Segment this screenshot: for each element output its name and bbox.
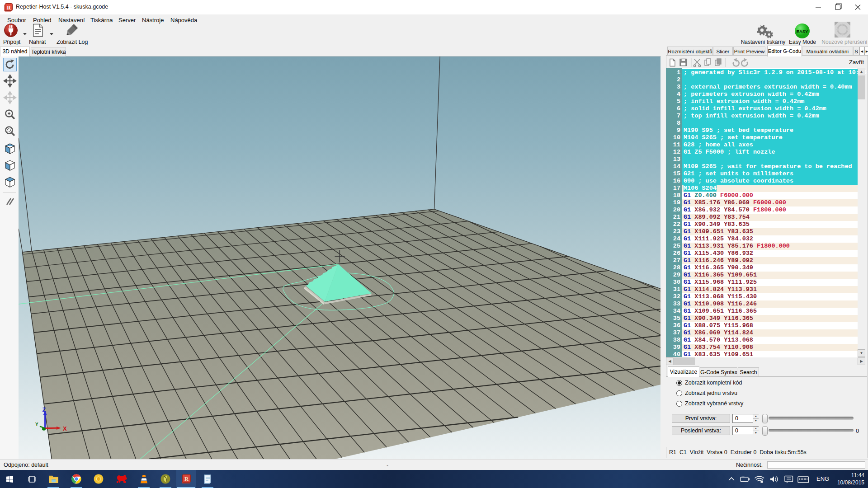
svg-text:Y: Y — [35, 422, 38, 427]
svg-text:Z: Z — [42, 406, 46, 413]
svg-text:R: R — [184, 476, 189, 482]
svg-text:R: R — [7, 5, 11, 11]
svg-text:EASY: EASY — [797, 29, 809, 34]
svg-text:X: X — [63, 425, 67, 432]
